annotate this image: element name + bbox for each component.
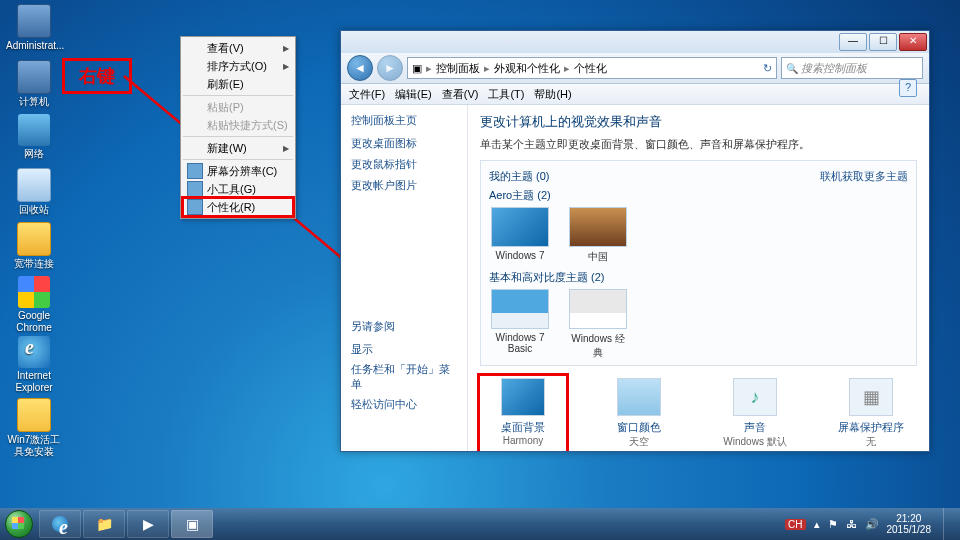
page-subtitle: 单击某个主题立即更改桌面背景、窗口颜色、声音和屏幕保护程序。	[480, 137, 917, 152]
menu-refresh[interactable]: 刷新(E)	[183, 75, 293, 93]
breadcrumb-p1[interactable]: 外观和个性化	[494, 61, 560, 76]
desktop-icon-folder[interactable]: Win7激活工具免安装	[6, 398, 62, 458]
titlebar[interactable]: ― ☐ ✕	[341, 31, 929, 53]
sidebar-see-also: 另请参阅	[351, 319, 457, 334]
menu-file[interactable]: 文件(F)	[349, 87, 385, 102]
menu-view[interactable]: 查看(V)	[183, 39, 293, 57]
refresh-icon[interactable]: ↻	[763, 62, 772, 75]
sidebar-change-pointer[interactable]: 更改鼠标指针	[351, 157, 457, 172]
toolbar: ◄ ► ▣ ▸ 控制面板 ▸ 外观和个性化 ▸ 个性化 ↻ 搜索控制面板	[341, 53, 929, 84]
sounds-button[interactable]: 声音 Windows 默认	[714, 378, 796, 449]
theme-windows7[interactable]: Windows 7	[489, 207, 551, 264]
tray-chevron-icon[interactable]: ▴	[814, 518, 820, 531]
icon-label: 网络	[6, 148, 62, 160]
desktop-icon-admin[interactable]: Administrat...	[6, 4, 62, 52]
search-input[interactable]: 搜索控制面板	[781, 57, 923, 79]
section-basic: 基本和高对比度主题 (2)	[489, 270, 908, 285]
start-button[interactable]	[0, 508, 38, 540]
taskbar: 📁 ▶ ▣ CH ▴ ⚑ 🖧 🔊 21:20 2015/1/28	[0, 508, 960, 540]
breadcrumb-p2[interactable]: 个性化	[574, 61, 607, 76]
get-more-themes-link[interactable]: 联机获取更多主题	[820, 169, 908, 184]
desktop-background-button[interactable]: 桌面背景 Harmony	[482, 378, 564, 449]
content-area: 更改计算机上的视觉效果和声音 单击某个主题立即更改桌面背景、窗口颜色、声音和屏幕…	[468, 105, 929, 451]
icon-label: Internet Explorer	[6, 370, 62, 394]
desktop-icon-broadband[interactable]: 宽带连接	[6, 222, 62, 270]
window-color-button[interactable]: 窗口颜色 天空	[598, 378, 680, 449]
annotation-rightclick: 右键	[62, 58, 132, 94]
desktop-icon-ie[interactable]: Internet Explorer	[6, 336, 62, 394]
tray-clock[interactable]: 21:20 2015/1/28	[887, 513, 932, 535]
sidebar-ease-of-access[interactable]: 轻松访问中心	[351, 397, 457, 412]
color-icon	[617, 378, 661, 416]
menu-personalize[interactable]: 个性化(R)	[183, 198, 293, 216]
minimize-button[interactable]: ―	[839, 33, 867, 51]
section-aero: Aero主题 (2)	[489, 188, 908, 203]
tray-language[interactable]: CH	[785, 519, 805, 530]
taskbar-ie[interactable]	[39, 510, 81, 538]
icon-label: 宽带连接	[6, 258, 62, 270]
sidebar-display[interactable]: 显示	[351, 342, 457, 357]
sidebar-change-icons[interactable]: 更改桌面图标	[351, 136, 457, 151]
tray-volume-icon[interactable]: 🔊	[865, 518, 879, 531]
menu-view2[interactable]: 查看(V)	[442, 87, 479, 102]
personalization-window: ― ☐ ✕ ◄ ► ▣ ▸ 控制面板 ▸ 外观和个性化 ▸ 个性化 ↻ 搜索控制…	[340, 30, 930, 452]
menu-edit[interactable]: 编辑(E)	[395, 87, 432, 102]
icon-label: 计算机	[6, 96, 62, 108]
close-button[interactable]: ✕	[899, 33, 927, 51]
sidebar: 控制面板主页 更改桌面图标 更改鼠标指针 更改帐户图片 另请参阅 显示 任务栏和…	[341, 105, 468, 451]
wallpaper-icon	[501, 378, 545, 416]
gadget-icon	[187, 181, 203, 197]
menu-gadgets[interactable]: 小工具(G)	[183, 180, 293, 198]
taskbar-personalization[interactable]: ▣	[171, 510, 213, 538]
menu-help[interactable]: 帮助(H)	[534, 87, 571, 102]
system-tray: CH ▴ ⚑ 🖧 🔊 21:20 2015/1/28	[785, 508, 960, 540]
menu-paste: 粘贴(P)	[183, 98, 293, 116]
breadcrumb-root[interactable]: 控制面板	[436, 61, 480, 76]
screensaver-icon	[849, 378, 893, 416]
personalize-icon	[187, 199, 203, 215]
sound-icon	[733, 378, 777, 416]
help-button[interactable]: ?	[899, 79, 917, 97]
tray-flag-icon[interactable]: ⚑	[828, 518, 838, 531]
theme-china[interactable]: 中国	[567, 207, 629, 264]
menubar: 文件(F) 编辑(E) 查看(V) 工具(T) 帮助(H)	[341, 84, 929, 105]
monitor-icon	[187, 163, 203, 179]
menu-resolution[interactable]: 屏幕分辨率(C)	[183, 162, 293, 180]
back-button[interactable]: ◄	[347, 55, 373, 81]
desktop-icon-network[interactable]: 网络	[6, 114, 62, 160]
menu-paste-shortcut: 粘贴快捷方式(S)	[183, 116, 293, 134]
sidebar-change-account-pic[interactable]: 更改帐户图片	[351, 178, 457, 193]
forward-button[interactable]: ►	[377, 55, 403, 81]
sidebar-home[interactable]: 控制面板主页	[351, 113, 457, 128]
screensaver-button[interactable]: 屏幕保护程序 无	[830, 378, 912, 449]
desktop[interactable]: Administrat... 计算机 网络 回收站 宽带连接 Google Ch…	[0, 0, 960, 540]
maximize-button[interactable]: ☐	[869, 33, 897, 51]
taskbar-media[interactable]: ▶	[127, 510, 169, 538]
icon-label: Google Chrome	[6, 310, 62, 334]
menu-tools[interactable]: 工具(T)	[488, 87, 524, 102]
icon-label: Win7激活工具免安装	[6, 434, 62, 458]
menu-new[interactable]: 新建(W)	[183, 139, 293, 157]
theme-classic[interactable]: Windows 经典	[567, 289, 629, 360]
themes-pane: 我的主题 (0) 联机获取更多主题 Aero主题 (2) Windows 7 中…	[480, 160, 917, 366]
desktop-icon-chrome[interactable]: Google Chrome	[6, 276, 62, 334]
taskbar-explorer[interactable]: 📁	[83, 510, 125, 538]
icon-label: 回收站	[6, 204, 62, 216]
page-title: 更改计算机上的视觉效果和声音	[480, 113, 917, 131]
desktop-icon-computer[interactable]: 计算机	[6, 60, 62, 108]
menu-sort[interactable]: 排序方式(O)	[183, 57, 293, 75]
bottom-settings-row: 桌面背景 Harmony 窗口颜色 天空 声音 Windows 默认	[480, 378, 917, 449]
context-menu: 查看(V) 排序方式(O) 刷新(E) 粘贴(P) 粘贴快捷方式(S) 新建(W…	[180, 36, 296, 219]
section-my-themes: 我的主题 (0) 联机获取更多主题	[489, 169, 908, 184]
breadcrumb-icon: ▣	[412, 62, 422, 75]
address-bar[interactable]: ▣ ▸ 控制面板 ▸ 外观和个性化 ▸ 个性化 ↻	[407, 57, 777, 79]
desktop-icon-recycle-bin[interactable]: 回收站	[6, 168, 62, 216]
show-desktop-button[interactable]	[943, 508, 954, 540]
icon-label: Administrat...	[6, 40, 62, 52]
sidebar-taskbar[interactable]: 任务栏和「开始」菜单	[351, 362, 457, 392]
theme-win7-basic[interactable]: Windows 7 Basic	[489, 289, 551, 360]
start-orb-icon	[5, 510, 33, 538]
tray-network-icon[interactable]: 🖧	[846, 518, 857, 530]
